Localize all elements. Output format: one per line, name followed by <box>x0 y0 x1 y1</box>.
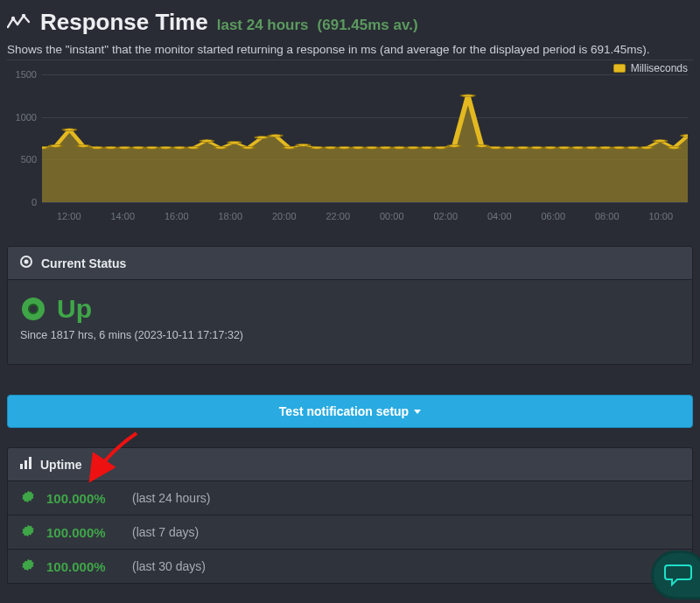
svg-point-13 <box>186 146 200 149</box>
chat-widget[interactable] <box>651 550 700 599</box>
svg-point-46 <box>640 146 654 149</box>
certificate-icon <box>20 490 36 506</box>
svg-point-2 <box>42 146 48 149</box>
svg-point-7 <box>104 146 117 149</box>
svg-point-33 <box>461 95 474 97</box>
chat-icon <box>664 564 694 586</box>
status-text: Up <box>57 294 92 324</box>
divider <box>7 60 693 60</box>
current-status-header: Current Status <box>8 247 692 280</box>
test-notification-label: Test notification setup <box>279 404 409 418</box>
svg-point-20 <box>283 146 296 149</box>
svg-point-25 <box>352 146 365 149</box>
svg-point-12 <box>173 146 186 149</box>
test-notification-button[interactable]: Test notification setup <box>7 395 693 428</box>
svg-point-9 <box>132 146 145 149</box>
current-status-panel: Current Status Up Since 1817 hrs, 6 mins… <box>7 246 693 365</box>
svg-point-47 <box>654 139 667 142</box>
svg-point-40 <box>557 146 570 149</box>
uptime-label: (last 7 days) <box>132 525 199 539</box>
svg-point-14 <box>200 139 214 142</box>
svg-point-35 <box>489 146 502 149</box>
svg-point-26 <box>365 146 378 149</box>
svg-point-18 <box>256 137 269 139</box>
avg-label: (691.45ms av.) <box>318 17 418 34</box>
svg-point-51 <box>24 260 29 264</box>
response-time-header: Response Time last 24 hours (691.45ms av… <box>7 9 693 36</box>
svg-point-27 <box>379 146 392 149</box>
svg-point-10 <box>145 146 158 149</box>
chevron-down-icon <box>414 410 421 414</box>
svg-point-11 <box>159 146 172 149</box>
svg-point-36 <box>502 146 515 149</box>
svg-point-30 <box>420 146 433 149</box>
uptime-value: 100.000% <box>46 559 122 574</box>
current-status-title: Current Status <box>41 256 126 270</box>
uptime-label: (last 30 days) <box>132 559 206 573</box>
svg-point-32 <box>448 144 461 147</box>
uptime-row: 100.000% (last 30 days) <box>7 550 693 584</box>
svg-point-16 <box>228 141 241 144</box>
status-since: Since 1817 hrs, 6 mins (2023-10-11 17:17… <box>20 329 680 341</box>
svg-rect-53 <box>24 460 27 469</box>
y-axis: 050010001500 <box>7 74 38 202</box>
svg-point-48 <box>668 146 681 149</box>
legend-label: Milliseconds <box>631 62 688 74</box>
svg-point-39 <box>544 146 557 149</box>
svg-point-24 <box>338 146 351 149</box>
svg-point-37 <box>516 146 529 149</box>
svg-point-38 <box>530 146 543 149</box>
bars-icon <box>20 457 33 472</box>
uptime-value: 100.000% <box>46 525 122 540</box>
svg-point-5 <box>77 144 90 147</box>
svg-rect-52 <box>20 464 23 469</box>
svg-point-3 <box>49 144 62 147</box>
uptime-row: 100.000% (last 7 days) <box>7 515 693 550</box>
uptime-title: Uptime <box>40 458 81 472</box>
svg-point-43 <box>598 146 612 149</box>
svg-point-19 <box>270 135 283 137</box>
plot-area <box>42 74 688 202</box>
svg-point-28 <box>393 146 406 149</box>
svg-point-0 <box>11 17 15 20</box>
svg-point-42 <box>585 146 598 149</box>
svg-point-21 <box>297 144 310 146</box>
period-label: last 24 hours <box>217 17 309 34</box>
certificate-icon <box>20 558 36 574</box>
certificate-icon <box>20 524 36 540</box>
response-time-chart[interactable]: Milliseconds 050010001500 12:0014:0016:0… <box>7 62 693 228</box>
uptime-label: (last 24 hours) <box>132 491 210 505</box>
svg-point-15 <box>214 146 228 149</box>
x-axis: 12:0014:0016:0018:0020:0022:0000:0002:00… <box>42 211 688 221</box>
svg-point-44 <box>612 146 626 149</box>
svg-point-45 <box>626 146 640 149</box>
record-icon <box>20 256 32 270</box>
status-up-icon <box>22 298 45 320</box>
chart-legend: Milliseconds <box>613 62 688 74</box>
uptime-value: 100.000% <box>46 491 122 506</box>
svg-point-49 <box>682 135 688 137</box>
svg-point-1 <box>22 14 25 18</box>
response-time-icon <box>7 14 30 35</box>
svg-rect-54 <box>29 457 32 469</box>
uptime-header: Uptime <box>7 447 693 481</box>
svg-point-31 <box>434 146 447 149</box>
description-text: Shows the "instant" that the monitor sta… <box>7 43 693 56</box>
svg-point-23 <box>324 146 337 149</box>
svg-point-4 <box>63 129 76 131</box>
svg-point-6 <box>90 146 103 149</box>
legend-swatch <box>613 64 626 73</box>
svg-point-8 <box>118 146 131 149</box>
uptime-row: 100.000% (last 24 hours) <box>7 481 693 515</box>
svg-point-17 <box>242 146 255 149</box>
svg-point-34 <box>475 144 488 147</box>
svg-point-29 <box>407 146 420 149</box>
svg-point-22 <box>311 146 324 149</box>
svg-point-41 <box>571 146 584 149</box>
page-title: Response Time <box>40 9 208 36</box>
